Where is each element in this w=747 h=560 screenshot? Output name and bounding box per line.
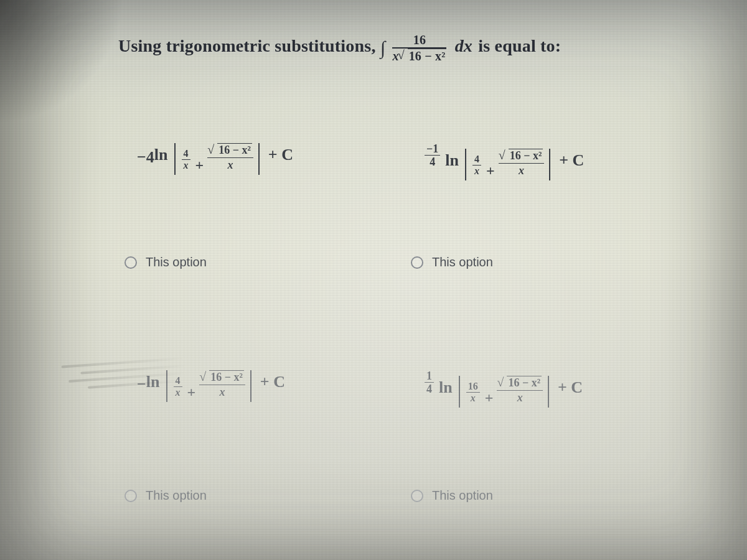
ln: ln (445, 151, 459, 169)
integrand-denominator: x16 − x² (392, 49, 446, 63)
option-4: 1 4 ln 16 x + 16 − x² x + C (392, 358, 654, 541)
abs-second-term: 16 − x² x (499, 150, 545, 177)
radio-unchecked-icon[interactable] (411, 256, 423, 269)
ln: ln (439, 378, 453, 396)
abs-first-term: 4 x (472, 154, 481, 176)
question-prompt: Using trigonometric substitutions, ∫ 16 … (118, 34, 561, 63)
abs-second-term: 16 − x² x (207, 144, 253, 171)
coef-fraction: 1 4 (425, 370, 434, 394)
abs-first-term: 16 x (466, 381, 480, 403)
question-tail: is equal to: (478, 36, 561, 55)
abs-first-term: 4 x (182, 149, 190, 170)
integral-sign: ∫ (380, 37, 385, 58)
option-label: This option (146, 255, 207, 269)
option-label: This option (146, 488, 207, 503)
ln: ln (154, 146, 168, 164)
option-label: This option (432, 255, 493, 269)
abs-bars: 4 x + 16 − x² x (465, 149, 550, 180)
plus-c: + C (260, 373, 285, 391)
integrand-numerator: 16 (392, 34, 446, 49)
abs-bars: 4 x + 16 − x² x (174, 143, 260, 175)
radio-unchecked-icon[interactable] (125, 256, 137, 269)
radio-unchecked-icon[interactable] (411, 490, 423, 502)
abs-bars: 16 x + 16 − x² x (459, 376, 549, 408)
dx: dx (455, 36, 472, 55)
coef: − (137, 375, 146, 393)
coef-fraction: −1 4 (425, 143, 440, 167)
abs-bars: 4 x + 16 − x² x (166, 370, 251, 402)
option-1: −4ln 4 x + 16 − x² x + C This option (106, 131, 367, 314)
option-2-formula: −1 4 ln 4 x + 16 − x² x + C (423, 143, 584, 180)
option-4-radio-row[interactable]: This option (411, 488, 493, 503)
abs-first-term: 4 x (174, 376, 182, 398)
radio-unchecked-icon[interactable] (125, 490, 137, 502)
option-4-formula: 1 4 ln 16 x + 16 − x² x + C (423, 370, 583, 408)
option-2: −1 4 ln 4 x + 16 − x² x + C (392, 131, 654, 314)
plus-c: + C (268, 146, 293, 164)
options-grid: −4ln 4 x + 16 − x² x + C This option (106, 131, 654, 541)
ln: ln (146, 373, 160, 391)
abs-second-term: 16 − x² x (199, 371, 245, 398)
option-3-formula: −ln 4 x + 16 − x² x + C (137, 370, 285, 402)
question-lead: Using trigonometric substitutions, (118, 36, 376, 55)
plus-c: + C (558, 378, 583, 396)
option-label: This option (432, 488, 493, 503)
coef: −4 (137, 148, 154, 166)
option-3-radio-row[interactable]: This option (125, 488, 207, 503)
option-1-formula: −4ln 4 x + 16 − x² x + C (137, 143, 293, 175)
abs-second-term: 16 − x² x (497, 377, 543, 404)
option-3: −ln 4 x + 16 − x² x + C This option (106, 358, 367, 541)
option-1-radio-row[interactable]: This option (125, 255, 207, 269)
integrand-fraction: 16 x16 − x² (392, 34, 446, 63)
option-2-radio-row[interactable]: This option (411, 255, 493, 269)
plus-c: + C (559, 151, 584, 169)
